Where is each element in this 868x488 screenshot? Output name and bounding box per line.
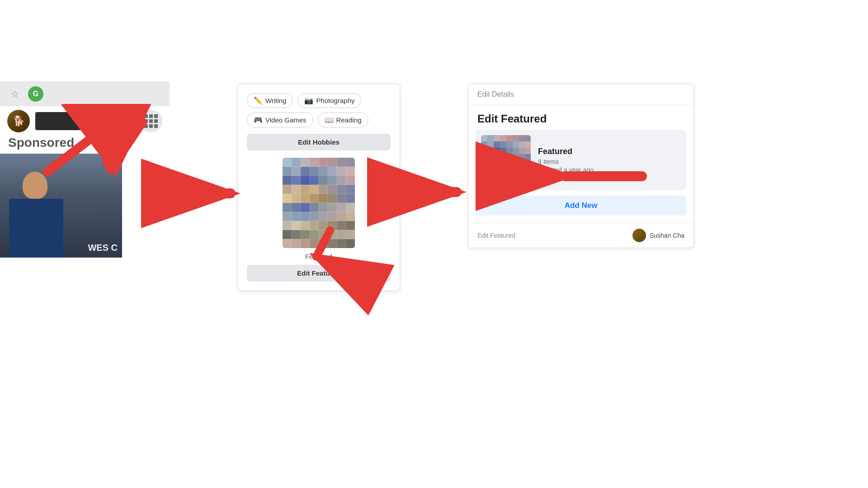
svg-rect-124 <box>494 154 500 160</box>
svg-rect-138 <box>481 167 487 173</box>
featured-card-title: Featured <box>538 147 681 156</box>
svg-rect-72 <box>346 230 355 239</box>
svg-rect-98 <box>481 135 487 141</box>
svg-rect-135 <box>513 160 519 167</box>
dot <box>154 119 158 123</box>
dot <box>149 124 153 128</box>
svg-rect-139 <box>487 167 494 173</box>
svg-rect-68 <box>310 230 319 239</box>
svg-rect-1 <box>283 158 292 167</box>
edit-hobbies-button[interactable]: Edit Hobbies <box>247 134 391 150</box>
hobbies-tags: ✏️ Writing 📷 Photography 🎮 Video Games 📖… <box>247 93 391 127</box>
svg-rect-128 <box>519 154 525 160</box>
svg-rect-36 <box>310 194 319 203</box>
profile-section: 🐕 <box>0 106 170 136</box>
dot <box>154 124 158 128</box>
footer-edit-label: Edit Featured <box>477 232 515 239</box>
svg-rect-50 <box>292 212 301 221</box>
refresh-icon[interactable]: G <box>28 86 43 102</box>
dot <box>144 114 148 118</box>
svg-rect-39 <box>337 194 346 203</box>
svg-rect-152 <box>519 173 525 179</box>
svg-rect-108 <box>494 141 500 148</box>
featured-card-items: 9 Items <box>538 158 681 165</box>
footer-avatar <box>632 229 646 242</box>
svg-rect-160 <box>519 179 525 185</box>
ad-image: WES C <box>0 154 122 258</box>
svg-rect-20 <box>310 176 319 185</box>
wes-label: WES C <box>88 243 118 253</box>
svg-rect-12 <box>310 167 319 176</box>
featured-card-updated: Updated a year ago <box>538 166 681 174</box>
svg-rect-101 <box>500 135 506 141</box>
featured-image <box>283 158 355 248</box>
svg-rect-31 <box>337 185 346 194</box>
svg-rect-13 <box>319 167 328 176</box>
svg-rect-76 <box>310 239 319 248</box>
svg-rect-37 <box>319 194 328 203</box>
svg-rect-58 <box>292 221 301 230</box>
svg-rect-65 <box>283 230 292 239</box>
svg-rect-5 <box>319 158 328 167</box>
svg-rect-28 <box>310 185 319 194</box>
right-panel-footer: Edit Featured Sushan Cha <box>468 223 693 248</box>
svg-rect-133 <box>500 160 506 167</box>
svg-rect-60 <box>310 221 319 230</box>
svg-rect-79 <box>337 239 346 248</box>
svg-rect-158 <box>506 179 513 185</box>
add-new-button[interactable]: Add New <box>476 196 686 216</box>
svg-rect-104 <box>519 135 525 141</box>
svg-rect-61 <box>319 221 328 230</box>
right-panel: Edit Details Edit Featured <box>468 84 694 248</box>
svg-rect-38 <box>328 194 337 203</box>
svg-rect-151 <box>513 173 519 179</box>
svg-rect-109 <box>500 141 506 148</box>
star-icon[interactable]: ☆ <box>7 86 23 102</box>
svg-rect-106 <box>481 141 487 148</box>
svg-rect-52 <box>310 212 319 221</box>
svg-rect-112 <box>519 141 525 148</box>
svg-rect-23 <box>337 176 346 185</box>
svg-rect-7 <box>337 158 346 167</box>
svg-rect-22 <box>328 176 337 185</box>
svg-rect-80 <box>346 239 355 248</box>
svg-rect-34 <box>292 194 301 203</box>
writing-icon: ✏️ <box>254 96 263 105</box>
svg-rect-118 <box>506 148 513 154</box>
svg-rect-54 <box>328 212 337 221</box>
svg-rect-123 <box>487 154 494 160</box>
svg-rect-136 <box>519 160 525 167</box>
svg-rect-146 <box>481 173 487 179</box>
dot <box>144 124 148 128</box>
svg-rect-8 <box>346 158 355 167</box>
hobby-tag-writing: ✏️ Writing <box>247 93 293 108</box>
menu-dots-grid[interactable] <box>140 110 162 132</box>
svg-rect-33 <box>283 194 292 203</box>
svg-rect-53 <box>319 212 328 221</box>
svg-rect-6 <box>328 158 337 167</box>
svg-rect-70 <box>328 230 337 239</box>
svg-rect-43 <box>301 203 310 212</box>
svg-rect-159 <box>513 179 519 185</box>
svg-rect-15 <box>337 167 346 176</box>
svg-rect-110 <box>506 141 513 148</box>
svg-rect-149 <box>500 173 506 179</box>
edit-featured-button[interactable]: Edit Featured <box>247 265 391 282</box>
svg-rect-55 <box>337 212 346 221</box>
svg-rect-126 <box>506 154 513 160</box>
svg-rect-99 <box>487 135 494 141</box>
svg-rect-150 <box>506 173 513 179</box>
svg-rect-59 <box>301 221 310 230</box>
svg-rect-21 <box>319 176 328 185</box>
svg-rect-105 <box>525 135 531 141</box>
svg-rect-107 <box>487 141 494 148</box>
svg-rect-78 <box>328 239 337 248</box>
svg-rect-125 <box>500 154 506 160</box>
svg-rect-47 <box>337 203 346 212</box>
svg-rect-132 <box>494 160 500 167</box>
svg-rect-140 <box>494 167 500 173</box>
svg-rect-49 <box>283 212 292 221</box>
svg-rect-3 <box>301 158 310 167</box>
svg-rect-44 <box>310 203 319 212</box>
svg-rect-115 <box>487 148 494 154</box>
